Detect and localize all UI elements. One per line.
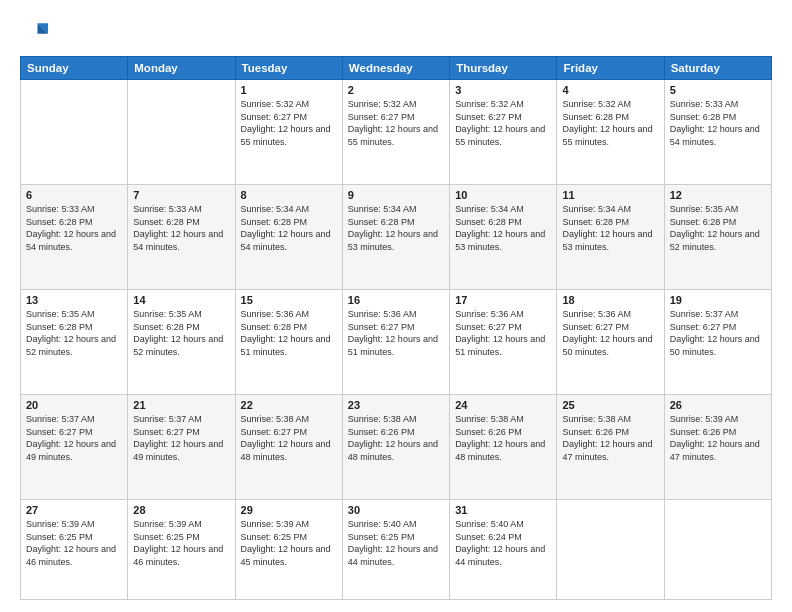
- day-number: 6: [26, 189, 122, 201]
- calendar-cell: 12Sunrise: 5:35 AMSunset: 6:28 PMDayligh…: [664, 185, 771, 290]
- calendar-cell: 7Sunrise: 5:33 AMSunset: 6:28 PMDaylight…: [128, 185, 235, 290]
- calendar-cell: 21Sunrise: 5:37 AMSunset: 6:27 PMDayligh…: [128, 395, 235, 500]
- day-detail: Sunrise: 5:39 AMSunset: 6:26 PMDaylight:…: [670, 413, 766, 463]
- calendar-cell: 4Sunrise: 5:32 AMSunset: 6:28 PMDaylight…: [557, 80, 664, 185]
- day-detail: Sunrise: 5:40 AMSunset: 6:25 PMDaylight:…: [348, 518, 444, 568]
- day-number: 24: [455, 399, 551, 411]
- day-detail: Sunrise: 5:33 AMSunset: 6:28 PMDaylight:…: [670, 98, 766, 148]
- day-number: 17: [455, 294, 551, 306]
- day-number: 20: [26, 399, 122, 411]
- day-detail: Sunrise: 5:32 AMSunset: 6:28 PMDaylight:…: [562, 98, 658, 148]
- calendar-cell: 10Sunrise: 5:34 AMSunset: 6:28 PMDayligh…: [450, 185, 557, 290]
- calendar-cell: 5Sunrise: 5:33 AMSunset: 6:28 PMDaylight…: [664, 80, 771, 185]
- day-number: 23: [348, 399, 444, 411]
- calendar-cell: 15Sunrise: 5:36 AMSunset: 6:28 PMDayligh…: [235, 290, 342, 395]
- day-detail: Sunrise: 5:36 AMSunset: 6:27 PMDaylight:…: [455, 308, 551, 358]
- day-number: 18: [562, 294, 658, 306]
- calendar-cell: 16Sunrise: 5:36 AMSunset: 6:27 PMDayligh…: [342, 290, 449, 395]
- day-detail: Sunrise: 5:34 AMSunset: 6:28 PMDaylight:…: [562, 203, 658, 253]
- calendar-cell: 20Sunrise: 5:37 AMSunset: 6:27 PMDayligh…: [21, 395, 128, 500]
- calendar-cell: 31Sunrise: 5:40 AMSunset: 6:24 PMDayligh…: [450, 500, 557, 600]
- day-detail: Sunrise: 5:36 AMSunset: 6:28 PMDaylight:…: [241, 308, 337, 358]
- calendar-table: SundayMondayTuesdayWednesdayThursdayFrid…: [20, 56, 772, 600]
- header: [20, 18, 772, 46]
- day-number: 13: [26, 294, 122, 306]
- day-number: 4: [562, 84, 658, 96]
- calendar-week-row: 20Sunrise: 5:37 AMSunset: 6:27 PMDayligh…: [21, 395, 772, 500]
- day-detail: Sunrise: 5:34 AMSunset: 6:28 PMDaylight:…: [348, 203, 444, 253]
- day-number: 29: [241, 504, 337, 516]
- day-detail: Sunrise: 5:32 AMSunset: 6:27 PMDaylight:…: [455, 98, 551, 148]
- day-detail: Sunrise: 5:35 AMSunset: 6:28 PMDaylight:…: [26, 308, 122, 358]
- day-detail: Sunrise: 5:38 AMSunset: 6:26 PMDaylight:…: [455, 413, 551, 463]
- day-number: 30: [348, 504, 444, 516]
- calendar-week-row: 1Sunrise: 5:32 AMSunset: 6:27 PMDaylight…: [21, 80, 772, 185]
- day-number: 16: [348, 294, 444, 306]
- day-detail: Sunrise: 5:34 AMSunset: 6:28 PMDaylight:…: [241, 203, 337, 253]
- day-number: 27: [26, 504, 122, 516]
- calendar-cell: 18Sunrise: 5:36 AMSunset: 6:27 PMDayligh…: [557, 290, 664, 395]
- day-detail: Sunrise: 5:36 AMSunset: 6:27 PMDaylight:…: [562, 308, 658, 358]
- calendar-week-row: 27Sunrise: 5:39 AMSunset: 6:25 PMDayligh…: [21, 500, 772, 600]
- calendar-cell: 25Sunrise: 5:38 AMSunset: 6:26 PMDayligh…: [557, 395, 664, 500]
- day-number: 28: [133, 504, 229, 516]
- calendar-cell: 23Sunrise: 5:38 AMSunset: 6:26 PMDayligh…: [342, 395, 449, 500]
- calendar-cell: 8Sunrise: 5:34 AMSunset: 6:28 PMDaylight…: [235, 185, 342, 290]
- day-number: 8: [241, 189, 337, 201]
- day-number: 2: [348, 84, 444, 96]
- day-number: 26: [670, 399, 766, 411]
- calendar-week-row: 6Sunrise: 5:33 AMSunset: 6:28 PMDaylight…: [21, 185, 772, 290]
- page: SundayMondayTuesdayWednesdayThursdayFrid…: [0, 0, 792, 612]
- calendar-cell: 9Sunrise: 5:34 AMSunset: 6:28 PMDaylight…: [342, 185, 449, 290]
- calendar-cell: 30Sunrise: 5:40 AMSunset: 6:25 PMDayligh…: [342, 500, 449, 600]
- calendar-cell: 1Sunrise: 5:32 AMSunset: 6:27 PMDaylight…: [235, 80, 342, 185]
- calendar-cell: 3Sunrise: 5:32 AMSunset: 6:27 PMDaylight…: [450, 80, 557, 185]
- day-detail: Sunrise: 5:38 AMSunset: 6:26 PMDaylight:…: [348, 413, 444, 463]
- calendar-cell: 27Sunrise: 5:39 AMSunset: 6:25 PMDayligh…: [21, 500, 128, 600]
- weekday-header-thursday: Thursday: [450, 57, 557, 80]
- day-detail: Sunrise: 5:37 AMSunset: 6:27 PMDaylight:…: [26, 413, 122, 463]
- day-number: 1: [241, 84, 337, 96]
- day-number: 21: [133, 399, 229, 411]
- calendar-cell: [557, 500, 664, 600]
- day-number: 31: [455, 504, 551, 516]
- calendar-cell: 29Sunrise: 5:39 AMSunset: 6:25 PMDayligh…: [235, 500, 342, 600]
- day-detail: Sunrise: 5:39 AMSunset: 6:25 PMDaylight:…: [26, 518, 122, 568]
- calendar-cell: 24Sunrise: 5:38 AMSunset: 6:26 PMDayligh…: [450, 395, 557, 500]
- calendar-week-row: 13Sunrise: 5:35 AMSunset: 6:28 PMDayligh…: [21, 290, 772, 395]
- day-detail: Sunrise: 5:40 AMSunset: 6:24 PMDaylight:…: [455, 518, 551, 568]
- day-number: 25: [562, 399, 658, 411]
- weekday-header-saturday: Saturday: [664, 57, 771, 80]
- day-number: 11: [562, 189, 658, 201]
- day-number: 5: [670, 84, 766, 96]
- day-detail: Sunrise: 5:33 AMSunset: 6:28 PMDaylight:…: [26, 203, 122, 253]
- calendar-cell: 2Sunrise: 5:32 AMSunset: 6:27 PMDaylight…: [342, 80, 449, 185]
- day-detail: Sunrise: 5:32 AMSunset: 6:27 PMDaylight:…: [241, 98, 337, 148]
- day-number: 22: [241, 399, 337, 411]
- day-detail: Sunrise: 5:39 AMSunset: 6:25 PMDaylight:…: [241, 518, 337, 568]
- calendar-cell: [21, 80, 128, 185]
- day-detail: Sunrise: 5:38 AMSunset: 6:27 PMDaylight:…: [241, 413, 337, 463]
- weekday-header-sunday: Sunday: [21, 57, 128, 80]
- logo-icon: [20, 18, 48, 46]
- calendar-cell: 13Sunrise: 5:35 AMSunset: 6:28 PMDayligh…: [21, 290, 128, 395]
- day-detail: Sunrise: 5:32 AMSunset: 6:27 PMDaylight:…: [348, 98, 444, 148]
- weekday-header-tuesday: Tuesday: [235, 57, 342, 80]
- day-detail: Sunrise: 5:36 AMSunset: 6:27 PMDaylight:…: [348, 308, 444, 358]
- day-detail: Sunrise: 5:38 AMSunset: 6:26 PMDaylight:…: [562, 413, 658, 463]
- calendar-cell: 6Sunrise: 5:33 AMSunset: 6:28 PMDaylight…: [21, 185, 128, 290]
- day-detail: Sunrise: 5:33 AMSunset: 6:28 PMDaylight:…: [133, 203, 229, 253]
- day-number: 15: [241, 294, 337, 306]
- logo: [20, 18, 52, 46]
- day-detail: Sunrise: 5:35 AMSunset: 6:28 PMDaylight:…: [133, 308, 229, 358]
- calendar-cell: 14Sunrise: 5:35 AMSunset: 6:28 PMDayligh…: [128, 290, 235, 395]
- weekday-header-row: SundayMondayTuesdayWednesdayThursdayFrid…: [21, 57, 772, 80]
- calendar-cell: [128, 80, 235, 185]
- calendar-cell: 17Sunrise: 5:36 AMSunset: 6:27 PMDayligh…: [450, 290, 557, 395]
- day-number: 9: [348, 189, 444, 201]
- calendar-cell: 11Sunrise: 5:34 AMSunset: 6:28 PMDayligh…: [557, 185, 664, 290]
- calendar-cell: 28Sunrise: 5:39 AMSunset: 6:25 PMDayligh…: [128, 500, 235, 600]
- day-number: 12: [670, 189, 766, 201]
- calendar-cell: 22Sunrise: 5:38 AMSunset: 6:27 PMDayligh…: [235, 395, 342, 500]
- calendar-cell: [664, 500, 771, 600]
